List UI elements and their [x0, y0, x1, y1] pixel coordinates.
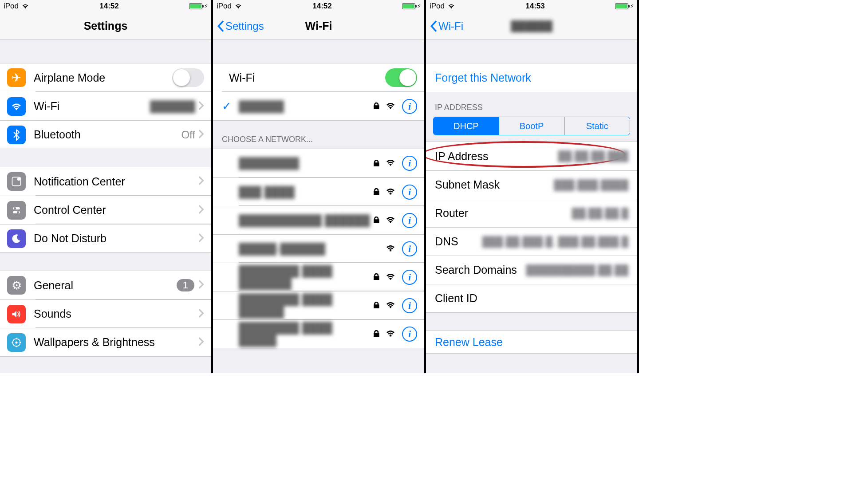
row-value: ███.██.███.█, ███.██.███.█: [482, 236, 628, 248]
row-dns[interactable]: DNS ███.██.███.█, ███.██.███.█: [426, 227, 637, 256]
row-wifi[interactable]: Wi-Fi ██████: [0, 92, 211, 120]
row-label: General: [34, 279, 177, 292]
tab-bootp[interactable]: BootP: [499, 117, 564, 135]
row-label: Sounds: [34, 307, 198, 320]
row-label: Airplane Mode: [34, 71, 172, 84]
row-label: Wi-Fi: [34, 100, 150, 113]
row-ip-address[interactable]: IP Address ██.██.██.███: [426, 142, 637, 170]
row-airplane-mode[interactable]: ✈︎ Airplane Mode: [0, 63, 211, 92]
info-button[interactable]: i: [402, 298, 417, 313]
forget-network-button[interactable]: Forget this Network: [426, 63, 637, 92]
info-button[interactable]: i: [402, 327, 417, 342]
device-label: iPod: [4, 2, 19, 11]
chevron-right-icon: [198, 176, 204, 187]
battery-icon: [402, 3, 415, 9]
row-label: Wi-Fi: [229, 71, 385, 84]
row-do-not-disturb[interactable]: Do Not Disturb: [0, 224, 211, 252]
back-button[interactable]: Wi-Fi: [430, 12, 463, 39]
tab-static[interactable]: Static: [564, 117, 630, 135]
row-wallpapers[interactable]: Wallpapers & Brightness: [0, 328, 211, 356]
charging-icon: ⚡︎: [417, 3, 421, 9]
network-row[interactable]: ███████████ ██████🔒︎i: [213, 206, 424, 234]
row-notification-center[interactable]: Notification Center: [0, 167, 211, 196]
network-name: ████████ ████ ██████: [239, 293, 372, 318]
row-subnet-mask[interactable]: Subnet Mask ███.███.████: [426, 170, 637, 199]
battery-icon: [189, 3, 202, 9]
row-search-domains[interactable]: Search Domains ██████████.██.██: [426, 256, 637, 284]
battery-icon: [615, 3, 628, 9]
row-key: Subnet Mask: [435, 178, 500, 191]
wifi-strength-icon: [385, 300, 396, 311]
row-label: Control Center: [34, 204, 198, 217]
wifi-icon: [447, 3, 455, 9]
row-value: ██.██.██.█: [572, 208, 628, 219]
row-router[interactable]: Router ██.██.██.█: [426, 199, 637, 227]
chevron-right-icon: [198, 337, 204, 348]
svg-point-5: [17, 211, 19, 213]
screen-wifi: iPod 14:52 ⚡︎ Settings Wi-Fi Wi-Fi ✓ ███…: [213, 0, 426, 373]
renew-label: Renew Lease: [435, 336, 503, 349]
network-name: ███████████ ██████: [239, 214, 372, 227]
row-value: ██████████.██.██: [526, 264, 628, 276]
network-row[interactable]: ███ ████🔒︎i: [213, 177, 424, 206]
network-name: ██████: [239, 100, 372, 113]
network-list: ████████🔒︎i███ ████🔒︎i███████████ ██████…: [213, 149, 424, 348]
info-button[interactable]: i: [402, 99, 417, 114]
row-general[interactable]: ⚙︎ General 1: [0, 271, 211, 299]
svg-point-1: [17, 177, 20, 181]
checkmark-icon: ✓: [222, 99, 233, 113]
nav-bar: Wi-Fi ██████: [426, 12, 637, 40]
row-connected-network[interactable]: ✓ ██████ 🔒︎ i: [213, 92, 424, 120]
network-name: ████████: [239, 157, 372, 169]
page-title: Settings: [84, 20, 128, 32]
renew-lease-button[interactable]: Renew Lease: [426, 331, 637, 353]
row-key: Search Domains: [435, 264, 517, 276]
ip-address-header: IP ADDRESS: [426, 92, 637, 117]
row-value: ██████: [150, 100, 195, 113]
row-bluetooth[interactable]: Bluetooth Off: [0, 120, 211, 149]
ip-mode-segment[interactable]: DHCP BootP Static: [433, 117, 630, 135]
back-label: Settings: [225, 20, 264, 32]
back-button[interactable]: Settings: [217, 12, 264, 39]
wifi-toggle[interactable]: [385, 68, 417, 87]
lock-icon: 🔒︎: [372, 329, 381, 339]
info-button[interactable]: i: [402, 185, 417, 200]
row-sounds[interactable]: Sounds: [0, 299, 211, 328]
network-row[interactable]: ████████🔒︎i: [213, 149, 424, 177]
info-button[interactable]: i: [402, 156, 417, 171]
chevron-right-icon: [198, 308, 204, 320]
row-wifi-toggle[interactable]: Wi-Fi: [213, 63, 424, 92]
chevron-right-icon: [198, 280, 204, 291]
forget-label: Forget this Network: [435, 71, 531, 84]
lock-icon: 🔒︎: [372, 300, 381, 311]
row-client-id[interactable]: Client ID: [426, 284, 637, 312]
wifi-strength-icon: [385, 187, 396, 197]
row-key: Router: [435, 207, 468, 220]
status-bar: iPod 14:52 ⚡︎: [0, 0, 211, 12]
info-button[interactable]: i: [402, 213, 417, 228]
tab-dhcp[interactable]: DHCP: [434, 117, 499, 135]
row-label: Wallpapers & Brightness: [34, 336, 198, 349]
status-time: 14:52: [312, 2, 331, 11]
airplane-toggle[interactable]: [172, 68, 204, 87]
chevron-right-icon: [198, 129, 204, 141]
wifi-icon: [21, 3, 29, 9]
back-label: Wi-Fi: [438, 20, 463, 32]
moon-icon: [7, 229, 26, 248]
page-title: ██████: [511, 20, 552, 32]
network-row[interactable]: ████████ ████ █████🔒︎i: [213, 319, 424, 348]
choose-network-header: CHOOSE A NETWORK...: [213, 121, 424, 149]
page-title: Wi-Fi: [305, 20, 332, 32]
network-row[interactable]: █████-██████i: [213, 234, 424, 263]
info-button[interactable]: i: [402, 270, 417, 285]
device-label: iPod: [430, 2, 445, 11]
network-row[interactable]: ████████ ████ ███████🔒︎i: [213, 263, 424, 291]
badge: 1: [177, 279, 194, 291]
control-center-icon: [7, 201, 26, 220]
row-control-center[interactable]: Control Center: [0, 196, 211, 224]
svg-point-7: [15, 341, 17, 343]
wifi-strength-icon: [385, 272, 396, 283]
screen-settings: iPod 14:52 ⚡︎ Settings ✈︎ Airplane Mode …: [0, 0, 213, 373]
info-button[interactable]: i: [402, 241, 417, 256]
network-row[interactable]: ████████ ████ ██████🔒︎i: [213, 291, 424, 319]
